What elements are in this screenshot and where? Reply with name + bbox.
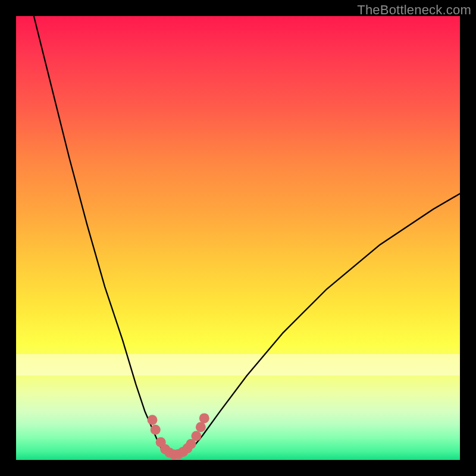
- marker-dot: [196, 422, 206, 432]
- marker-dot: [148, 415, 158, 425]
- marker-dot: [199, 413, 209, 423]
- plot-area: [16, 16, 460, 460]
- chart-svg: [16, 16, 460, 460]
- curve-lines: [34, 16, 460, 456]
- marker-dot: [151, 425, 161, 435]
- marker-dot: [191, 431, 201, 441]
- bottleneck-curve: [34, 16, 460, 456]
- chart-frame: TheBottleneck.com: [0, 0, 476, 476]
- valley-markers: [148, 413, 209, 459]
